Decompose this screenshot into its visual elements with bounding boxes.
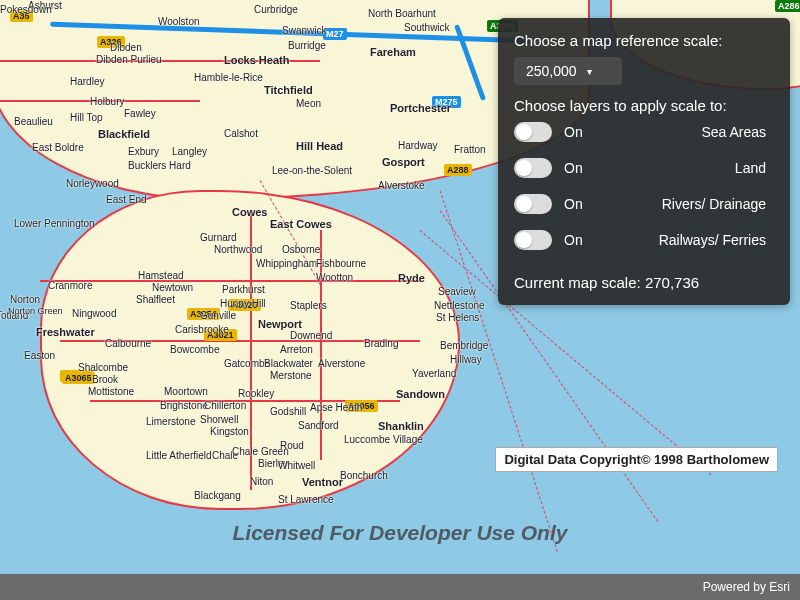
current-scale: Current map scale: 270,736 [514, 274, 774, 291]
route-badge-a286: A286 [775, 0, 800, 12]
place-exbury: Exbury [128, 146, 159, 157]
place-ngreen: Norton Green [8, 306, 63, 316]
layer-row-land: On Land [514, 158, 766, 178]
place-holbury: Holbury [90, 96, 124, 107]
layer-list[interactable]: On Sea Areas On Land On Rivers/ Drainage… [514, 122, 774, 266]
copyright-label: Digital Data Copyright© 1998 Bartholomew [495, 447, 778, 472]
place-beaulieu: Beaulieu [14, 116, 53, 127]
place-bembridge: Bembridge [440, 340, 488, 351]
place-brading: Brading [364, 338, 398, 349]
attribution-bar: Powered by Esri [0, 574, 800, 600]
place-alverstone: Alverstone [318, 358, 365, 369]
place-lee: Lee-on-the-Solent [272, 165, 352, 176]
layers-title: Choose layers to apply scale to: [514, 97, 774, 114]
layer-name: Sea Areas [701, 124, 766, 140]
layer-row-railways: On Railways/ Ferries [514, 230, 766, 250]
place-meon: Meon [296, 98, 321, 109]
place-blackfield: Blackfield [98, 128, 150, 140]
place-osborne: Osborne [282, 244, 320, 255]
place-whippingham: Whippingham [256, 258, 317, 269]
place-brighstone: Brighstone [160, 400, 208, 411]
place-fishbourne: Fishbourne [316, 258, 366, 269]
place-yaverland: Yaverland [412, 368, 456, 379]
place-hillhead: Hill Head [296, 140, 343, 152]
place-sthelens: St Helens [436, 312, 479, 323]
place-pokesdown: Pokesdown [0, 4, 52, 15]
place-bonchurch: Bonchurch [340, 470, 388, 481]
place-downend: Downend [290, 330, 332, 341]
place-blackwater: Blackwater [264, 358, 313, 369]
place-cowes: Cowes [232, 206, 267, 218]
place-latherfield: Little Atherfield [146, 450, 212, 461]
place-ecowes: East Cowes [270, 218, 332, 230]
place-niton: Niton [250, 476, 273, 487]
place-nettlestone: Nettlestone [434, 300, 485, 311]
layer-name: Railways/ Ferries [659, 232, 766, 248]
place-ventnor: Ventnor [302, 476, 343, 488]
place-luccombe: Luccombe Village [344, 434, 423, 445]
place-dpurlieu: Dibden Purlieu [96, 54, 162, 65]
place-newport: Newport [258, 318, 302, 330]
layer-row-sea-areas: On Sea Areas [514, 122, 766, 142]
layer-name: Land [735, 160, 766, 176]
place-woolston: Woolston [158, 16, 200, 27]
place-swanwick: Swanwick [282, 25, 326, 36]
place-cranmore: Cranmore [48, 280, 92, 291]
place-apseheath: Apse Heath [310, 402, 362, 413]
route-badge-a3065: A3065 [62, 372, 95, 384]
place-locksheath: Locks Heath [224, 54, 289, 66]
place-hamstead: Hamstead [138, 270, 184, 281]
place-norleywood: Norleywood [66, 178, 119, 189]
place-hramble: Hamble-le-Rice [194, 72, 263, 83]
place-titchfield: Titchfield [264, 84, 313, 96]
road [40, 280, 420, 282]
place-bowcombe: Bowcombe [170, 344, 219, 355]
scale-title: Choose a map reference scale: [514, 32, 774, 49]
layer-toggle[interactable] [514, 158, 552, 178]
place-gosport: Gosport [382, 156, 425, 168]
place-roud: Roud [280, 440, 304, 451]
place-kingston: Kingston [210, 426, 249, 437]
place-northwood: Northwood [214, 244, 262, 255]
place-curbridge: Curbridge [254, 4, 298, 15]
place-wootton: Wootton [316, 272, 353, 283]
place-limerstone: Limerstone [146, 416, 195, 427]
place-merstone: Merstone [270, 370, 312, 381]
place-hardley: Hardley [70, 76, 104, 87]
place-fratton: Fratton [454, 144, 486, 155]
layer-toggle[interactable] [514, 122, 552, 142]
place-parkhurst: Parkhurst [222, 284, 265, 295]
place-calbourne: Calbourne [105, 338, 151, 349]
place-hilltop: Hill Top [70, 112, 103, 123]
toggle-label: On [564, 124, 588, 140]
place-blackgang: Blackgang [194, 490, 241, 501]
layer-toggle[interactable] [514, 230, 552, 250]
layer-toggle[interactable] [514, 194, 552, 214]
toggle-label: On [564, 160, 588, 176]
place-carisbrooke: Carisbrooke [175, 324, 229, 335]
powered-by[interactable]: Powered by Esri [703, 580, 790, 594]
place-newtown: Newtown [152, 282, 193, 293]
place-eend: East End [106, 194, 147, 205]
toggle-label: On [564, 196, 588, 212]
layer-name: Rivers/ Drainage [662, 196, 766, 212]
place-nboarhunt: North Boarhunt [368, 8, 436, 19]
scale-panel: Choose a map reference scale: 250,000 ▾ … [498, 18, 790, 305]
route-badge-m27: M27 [323, 28, 347, 40]
place-moortown: Moortown [164, 386, 208, 397]
place-staplers: Staplers [290, 300, 327, 311]
place-alverstoke: Alverstoke [378, 180, 425, 191]
scale-value: 250,000 [526, 63, 577, 79]
scale-select[interactable]: 250,000 ▾ [514, 57, 622, 85]
place-lpennington: Lower Pennington [14, 218, 95, 229]
place-dibden: Dibden [110, 42, 142, 53]
place-burridge: Burridge [288, 40, 326, 51]
place-portchester: Portchester [390, 102, 451, 114]
place-ningwood: Ningwood [72, 308, 116, 319]
place-fareham: Fareham [370, 46, 416, 58]
place-hardway: Hardway [398, 140, 437, 151]
place-calshot: Calshot [224, 128, 258, 139]
place-gurnard: Gurnard [200, 232, 237, 243]
place-rookley: Rookley [238, 388, 274, 399]
place-langley: Langley [172, 146, 207, 157]
